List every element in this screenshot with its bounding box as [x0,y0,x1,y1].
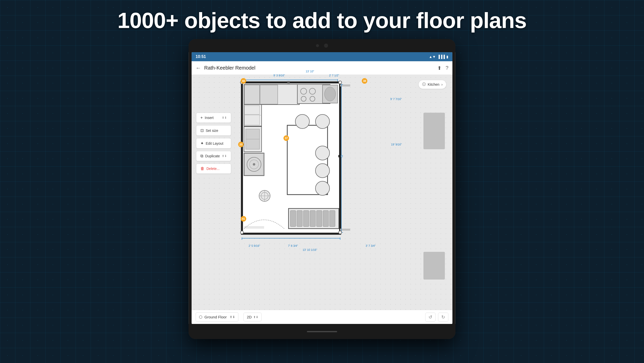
app-title: Rath-Keebler Remodel [204,65,434,71]
redo-button[interactable]: ↻ [438,313,448,322]
svg-point-28 [253,163,255,166]
battery-icon: ▮ [446,55,448,59]
delete-button[interactable]: 🗑 Delete... [196,164,231,174]
tablet-screen: 10:51 ▲▼ ▐▐▐ ▮ ← Rath-Keebler Remodel ⬆ … [192,52,452,324]
kitchen-arrow-icon: › [441,82,443,86]
status-time: 10:51 [196,54,206,59]
help-button[interactable]: ? [446,65,448,71]
dim-top-left: 9' 3 9/16" [273,74,285,77]
dim-top-right: 2' 7 1/2" [329,74,339,77]
insert-arrows: ⬆⬇ [222,116,227,119]
svg-rect-2 [244,85,260,104]
insert-button[interactable]: + Insert ⬆⬇ [196,113,231,123]
svg-rect-36 [303,210,309,227]
badge-38: 38 [362,78,367,84]
svg-rect-3 [260,85,278,104]
duplicate-icon: ⧉ [200,154,203,158]
set-size-label: Set size [206,129,218,133]
tablet-camera-bar [189,39,455,52]
edit-layout-button[interactable]: ✦ Edit Layout [196,138,231,148]
dim-bottom-middle: 7' 8 3/4" [288,244,298,247]
svg-point-20 [315,114,330,129]
app-header: ← Rath-Keebler Remodel ⬆ ? [192,61,452,75]
view-mode-selector[interactable]: 2D ⬆⬇ [243,313,261,321]
svg-rect-14 [244,115,260,125]
page-headline: 1000+ objects to add to your floor plans [0,8,644,33]
kitchen-label-text: Kitchen [428,82,440,86]
kitchen-label[interactable]: ⓘ Kitchen › [418,80,446,89]
svg-point-23 [315,181,330,195]
svg-rect-34 [290,210,296,227]
home-indicator [307,331,337,332]
delete-icon: 🗑 [200,166,204,171]
floor-selector-icon: ⬡ [199,315,202,319]
svg-rect-38 [316,210,322,227]
duplicate-button[interactable]: ⧉ Duplicate ⬆⬇ [196,151,231,161]
insert-icon: + [200,115,203,120]
floor-name: Ground Floor [204,315,227,319]
status-bar: 10:51 ▲▼ ▐▐▐ ▮ [192,52,452,61]
view-mode-label: 2D [247,315,252,319]
floor-selector-arrows: ⬆⬇ [230,315,235,319]
kitchen-info-icon: ⓘ [422,82,426,87]
svg-point-56 [240,231,243,234]
svg-rect-41 [244,226,264,229]
svg-rect-39 [323,210,329,227]
tablet-frame: 10:51 ▲▼ ▐▐▐ ▮ ← Rath-Keebler Remodel ⬆ … [189,39,455,339]
undo-redo-group: ↺ ↻ [425,313,448,322]
main-canvas[interactable]: ⓘ Kitchen › + Insert ⬆⬇ ⊡ Set size ✦ Edi… [192,75,452,310]
svg-rect-13 [244,106,260,114]
left-toolbar: + Insert ⬆⬇ ⊡ Set size ✦ Edit Layout ⧉ D… [196,113,231,174]
status-icons: ▲▼ ▐▐▐ ▮ [429,55,448,59]
set-size-button[interactable]: ⊡ Set size [196,125,231,136]
svg-point-21 [315,146,330,160]
floor-plan[interactable]: 13' 10" 9' 3 9/16" 2' 7 1/2" 40 38 37 41… [237,77,383,244]
badge-41: 41 [241,216,246,222]
svg-point-22 [315,164,330,178]
svg-rect-40 [330,210,335,227]
svg-rect-43 [340,84,350,86]
badge-37: 37 [283,135,289,141]
undo-button[interactable]: ↺ [425,313,436,322]
svg-rect-44 [340,229,350,231]
edit-layout-label: Edit Layout [206,141,223,145]
insert-label: Insert [205,116,213,120]
bottom-bar: ⬡ Ground Floor ⬆⬇ 2D ⬆⬇ ↺ ↻ [192,310,452,324]
svg-rect-42 [338,155,341,157]
dim-bottom-right: 3' 7 3/4" [366,244,376,247]
right-shadow-top [423,113,445,149]
duplicate-arrows: ⬆⬇ [222,154,227,158]
svg-point-10 [325,87,336,101]
dim-right-top: 9' 7 7/16" [390,98,402,101]
svg-rect-35 [297,210,302,227]
badge-40: 40 [241,78,246,84]
wifi-icon: ▲▼ [429,55,436,59]
camera-dot-large [324,44,328,48]
view-mode-arrows: ⬆⬇ [253,315,258,319]
dim-top-total: 13' 10" [306,70,314,73]
dim-right-bottom: 19' 9/16" [391,143,402,146]
signal-icon: ▐▐▐ [437,55,445,59]
duplicate-label: Duplicate [205,154,220,158]
camera-dot-small [316,44,319,47]
svg-point-55 [339,81,342,84]
floor-selector[interactable]: ⬡ Ground Floor ⬆⬇ [196,312,238,322]
floor-plan-svg [237,77,383,244]
svg-rect-58 [287,81,290,84]
svg-rect-37 [310,210,315,227]
header-icons: ⬆ ? [437,65,448,71]
back-button[interactable]: ← [196,65,201,71]
dim-bottom-total: 13' 10 1/16" [303,248,317,251]
svg-point-57 [339,231,342,234]
right-shadow-bottom [423,252,445,280]
delete-label: Delete... [206,167,220,171]
dim-bottom-left: 2' 5 9/16" [248,244,260,247]
badge-20: 20 [238,142,244,147]
edit-layout-icon: ✦ [200,141,204,146]
set-size-icon: ⊡ [200,128,204,133]
svg-point-19 [295,114,309,129]
tablet-bottom-bar [189,324,455,339]
share-button[interactable]: ⬆ [437,65,442,71]
